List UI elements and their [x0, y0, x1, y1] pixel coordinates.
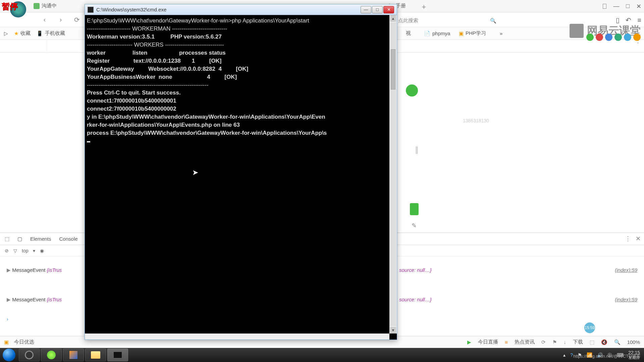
context-selector[interactable]: top [22, 248, 28, 253]
scroll-up-arrow[interactable]: ▲ [390, 15, 396, 22]
pip-icon[interactable]: ⬚ [590, 339, 594, 345]
cmd-vertical-scrollbar[interactable]: ▲ ▼ [389, 15, 397, 334]
start-button[interactable] [0, 348, 18, 362]
cmd-titlebar[interactable]: C:\Windows\system32\cmd.exe — □ ✕ [85, 4, 397, 15]
inspect-icon[interactable]: ⬚ [5, 236, 9, 242]
reload-button[interactable]: ⟳ [72, 15, 82, 25]
bookmark-icon[interactable]: ⎕ [603, 3, 606, 10]
mouse-pointer-icon: ➤ [192, 168, 198, 178]
device-toggle-icon[interactable]: ▢ [17, 236, 22, 242]
undo-icon[interactable]: ↶ [626, 16, 631, 24]
cmd-title-text: C:\Windows\system32\cmd.exe [96, 7, 166, 12]
refresh-icon[interactable]: ⟳ [541, 339, 546, 345]
bookmark-mobile[interactable]: 📱手机收藏 [37, 30, 65, 37]
tray-help-icon[interactable]: ? [570, 352, 573, 358]
bookmarks-more[interactable]: » [500, 31, 503, 36]
play-icon[interactable]: ▶ [467, 339, 471, 345]
taskbar-browser[interactable] [41, 349, 62, 361]
send-button[interactable] [410, 203, 419, 215]
devtools-tab-console[interactable]: Console [59, 236, 78, 242]
zoom-icon[interactable]: 🔍 [614, 339, 621, 345]
edit-icon[interactable]: ✎ [412, 222, 417, 229]
side-app-panel: ‖ ✎ [402, 67, 419, 235]
taskbar-obs[interactable] [19, 349, 40, 361]
start-orb-icon [3, 349, 15, 361]
cmd-close-button[interactable]: ✕ [383, 6, 394, 13]
clear-icon[interactable]: ⊘ [5, 248, 9, 253]
eye-icon[interactable]: ◉ [40, 248, 44, 253]
device-icon[interactable]: ▯ [616, 16, 620, 24]
expand-icon[interactable]: ▷ [4, 31, 8, 37]
mute-icon[interactable]: 🔇 [601, 339, 607, 345]
taskbar-explorer[interactable] [85, 349, 106, 361]
download-label[interactable]: 下载 [573, 339, 583, 345]
source-link[interactable]: (index):59 [615, 297, 637, 302]
search-icon[interactable]: 🔍 [490, 18, 496, 24]
source-link[interactable]: (index):59 [615, 267, 637, 273]
windows-taskbar: ▴ ? ⚑ 📶 🔊 ㊥ ⌨ 22:15 星期日 [0, 348, 644, 362]
devtools-close-icon[interactable]: ✕ [636, 235, 641, 242]
flag-icon[interactable]: ⚑ [552, 339, 557, 345]
chat-tab-icon [34, 3, 40, 9]
bookmark-partial[interactable]: 视 [406, 30, 411, 37]
csdn-watermark: https://blog.csdn.net/@51CTO博客 [573, 353, 641, 359]
handle-bars-icon[interactable]: ‖ [415, 145, 419, 154]
window-controls: ⎕ — □ ✕ [603, 3, 641, 10]
download-icon[interactable]: ↓ [564, 339, 566, 345]
tray-arrow-icon[interactable]: ▴ [563, 352, 566, 358]
cmd-console-output[interactable]: E:\phpStudy\WWW\chat\vendor\GatewayWorke… [85, 15, 397, 340]
time-badge: 15:59 [584, 322, 595, 333]
today-selection[interactable]: 今日优选 [14, 339, 34, 345]
forward-button[interactable]: › [56, 15, 66, 25]
devtools-tab-elements[interactable]: Elements [30, 236, 51, 242]
hot-info[interactable]: 热点资讯 [515, 339, 535, 345]
chat-tab-label: 沟通中 [42, 3, 57, 9]
maximize-icon[interactable]: □ [626, 3, 630, 10]
minimize-icon[interactable]: — [613, 3, 619, 10]
filter-icon[interactable]: ▽ [13, 248, 17, 253]
news-icon[interactable]: ≡ [505, 339, 508, 345]
back-button[interactable]: ‹ [40, 15, 50, 25]
cmd-window: C:\Windows\system32\cmd.exe — □ ✕ E:\php… [85, 4, 397, 340]
user-status-icon [406, 84, 418, 97]
phone-number-text: 1386318130 [463, 118, 489, 123]
bookmark-favorites[interactable]: ★收藏 [14, 30, 31, 37]
cmd-title-icon [88, 7, 94, 13]
menu-icon[interactable]: ≡ [637, 16, 641, 24]
devtools-menu-icon[interactable]: ⋮ [625, 235, 631, 242]
browser-tab-chat[interactable]: 沟通中 [34, 3, 57, 9]
taskbar-sublime[interactable] [63, 349, 84, 361]
pause-overlay-label: 暂停 [2, 1, 18, 12]
search-placeholder[interactable]: 点此搜索 [398, 17, 418, 24]
cmd-maximize-button[interactable]: □ [372, 6, 383, 13]
today-live[interactable]: 今日直播 [478, 339, 498, 345]
cmd-horizontal-scrollbar[interactable] [85, 334, 389, 340]
cmd-minimize-button[interactable]: — [361, 6, 371, 13]
watermark-color-dots [586, 34, 641, 41]
bookmark-phpstudy[interactable]: ▣PHP学习 [459, 30, 486, 37]
zoom-level: 100% [627, 339, 640, 345]
close-icon[interactable]: ✕ [636, 3, 641, 10]
dropdown-arrow-icon[interactable]: ▾ [33, 248, 35, 253]
new-tab-button[interactable]: + [422, 3, 426, 11]
bookmark-phpmya[interactable]: 📄phpmya [424, 31, 450, 37]
cmd-cursor [87, 141, 90, 142]
watermark-logo-icon [570, 24, 584, 38]
scrollbar-thumb[interactable] [391, 49, 395, 89]
scroll-down-arrow[interactable]: ▼ [390, 327, 396, 334]
taskbar-cmd[interactable] [107, 349, 128, 361]
